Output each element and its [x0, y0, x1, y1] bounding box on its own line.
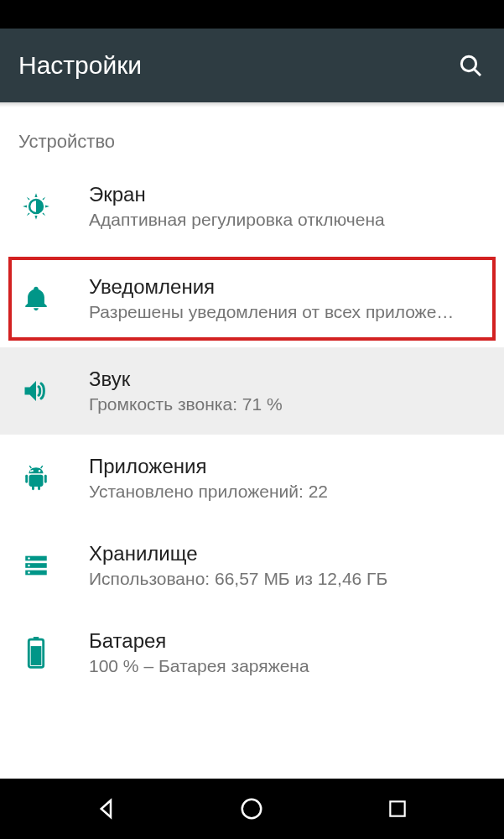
svg-point-21: [242, 800, 262, 819]
svg-rect-22: [390, 801, 404, 816]
item-text: Экран Адаптивная регулировка отключена: [89, 183, 486, 230]
svg-rect-5: [29, 475, 44, 487]
item-subtitle: Разрешены уведомления от всех приложе…: [89, 302, 486, 322]
settings-list: Экран Адаптивная регулировка отключена У…: [0, 163, 504, 696]
item-title: Батарея: [89, 629, 486, 653]
android-icon: [18, 461, 54, 496]
svg-point-3: [32, 470, 34, 472]
volume-icon: [18, 373, 54, 409]
svg-point-4: [39, 470, 40, 472]
item-text: Хранилище Использовано: 66,57 МБ из 12,4…: [89, 542, 486, 589]
svg-line-11: [41, 466, 43, 468]
settings-item-notifications[interactable]: Уведомления Разрешены уведомления от все…: [7, 255, 497, 342]
settings-item-display[interactable]: Экран Адаптивная регулировка отключена: [0, 163, 504, 250]
settings-item-battery[interactable]: Батарея 100 % – Батарея заряжена: [0, 609, 504, 696]
item-text: Звук Громкость звонка: 71 %: [89, 367, 486, 414]
navigation-bar: [0, 779, 504, 839]
search-button[interactable]: [455, 50, 486, 81]
settings-item-storage[interactable]: Хранилище Использовано: 66,57 МБ из 12,4…: [0, 522, 504, 609]
item-title: Хранилище: [89, 542, 486, 565]
svg-point-0: [461, 56, 475, 70]
search-icon: [457, 52, 484, 79]
nav-recent-button[interactable]: [379, 790, 416, 827]
item-subtitle: 100 % – Батарея заряжена: [89, 656, 486, 676]
nav-home-button[interactable]: [233, 790, 270, 827]
svg-rect-6: [25, 475, 28, 483]
item-title: Звук: [89, 367, 486, 391]
home-icon: [239, 796, 264, 821]
svg-line-10: [29, 466, 31, 468]
settings-item-sound[interactable]: Звук Громкость звонка: 71 %: [0, 347, 504, 435]
nav-back-button[interactable]: [88, 790, 125, 827]
item-subtitle: Установлено приложений: 22: [89, 482, 486, 502]
status-bar: [0, 0, 504, 29]
recent-icon: [387, 798, 408, 820]
settings-item-apps[interactable]: Приложения Установлено приложений: 22: [0, 435, 504, 522]
svg-point-15: [28, 557, 30, 560]
app-bar: Настройки: [0, 29, 504, 102]
item-title: Экран: [89, 183, 486, 206]
svg-line-1: [475, 70, 481, 76]
storage-icon: [18, 548, 54, 583]
bell-icon: [18, 281, 54, 316]
svg-rect-8: [32, 486, 34, 491]
item-subtitle: Адаптивная регулировка отключена: [89, 210, 486, 230]
battery-icon: [18, 635, 54, 670]
section-header-device: Устройство: [0, 107, 504, 163]
svg-rect-7: [44, 475, 47, 483]
item-title: Приложения: [89, 455, 486, 478]
svg-point-16: [28, 565, 30, 567]
svg-point-17: [28, 571, 30, 574]
item-text: Приложения Установлено приложений: 22: [89, 455, 486, 502]
back-icon: [94, 796, 119, 821]
brightness-icon: [18, 189, 54, 224]
svg-rect-20: [31, 646, 42, 665]
item-title: Уведомления: [89, 275, 486, 299]
item-text: Батарея 100 % – Батарея заряжена: [89, 629, 486, 676]
item-subtitle: Громкость звонка: 71 %: [89, 394, 486, 414]
page-title: Настройки: [18, 51, 142, 80]
svg-rect-9: [38, 486, 40, 491]
item-text: Уведомления Разрешены уведомления от все…: [89, 275, 486, 322]
item-subtitle: Использовано: 66,57 МБ из 12,46 ГБ: [89, 569, 486, 589]
